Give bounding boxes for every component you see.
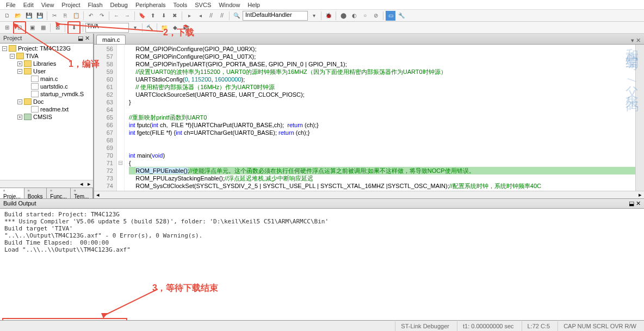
target-select[interactable]: TIVA (85, 23, 129, 33)
menu-view[interactable]: View (38, 2, 58, 8)
build-output-title: Build Output (3, 200, 36, 207)
menu-file[interactable]: File (2, 2, 20, 8)
indent-icon[interactable]: ▸ (184, 11, 194, 21)
cut-icon[interactable]: ✂ (49, 11, 59, 21)
status-caps: CAP NUM SCRL OVR R/W (558, 321, 642, 331)
back-icon[interactable]: ← (112, 11, 121, 21)
batch-build-icon[interactable]: ▦ (38, 23, 48, 33)
tree-file-startup_rvmdk-S[interactable]: startup_rvmdk.S (0, 90, 93, 98)
bookmark-prev-icon[interactable]: ⬆ (148, 11, 158, 21)
menu-project[interactable]: Project (58, 2, 84, 8)
tree-group-libraries[interactable]: +Libraries (0, 60, 93, 67)
breakpoint-icon[interactable]: ⬤ (338, 11, 348, 21)
bookmark-next-icon[interactable]: ⬇ (159, 11, 169, 21)
paste-icon[interactable]: 📋 (71, 11, 81, 21)
redo-icon[interactable]: ↷ (97, 11, 107, 21)
tree-group-cmsis[interactable]: +CMSIS (0, 113, 93, 121)
toolbar-build: ⊞ ⊡ ▣ ▦ ⊠ ⬇ TIVA ▾ 🔨 📁 ◆ 📚 (0, 22, 644, 34)
status-time: t1: 0.00000000 sec (457, 321, 519, 331)
line-gutter: 56575859606162636465666768697071727374 (94, 45, 117, 191)
stop-build-icon[interactable]: ⊠ (53, 23, 63, 33)
tree-group-user[interactable]: −User (0, 67, 93, 75)
save-icon[interactable]: 💾 (24, 11, 34, 21)
options-icon[interactable]: 🔨 (145, 23, 154, 33)
forward-icon[interactable]: → (122, 11, 132, 21)
tree-file-readme-txt[interactable]: readme.txt (0, 105, 93, 113)
uncomment-icon[interactable]: // (217, 11, 227, 21)
bp-enable-icon[interactable]: ◐ (349, 11, 359, 21)
find-combo[interactable]: IntDefaultHandler (243, 11, 308, 21)
editor-area: main.c ▾ ✕ 56575859606162636465666768697… (94, 34, 644, 198)
menu-edit[interactable]: Edit (20, 2, 38, 8)
build-panel-controls[interactable]: ⬓ ✕ (629, 200, 641, 207)
download-icon[interactable]: ⬇ (69, 23, 79, 33)
tab-main-c[interactable]: main.c (96, 35, 126, 44)
menu-peripherals[interactable]: Peripherals (132, 2, 170, 8)
project-tree[interactable]: −Project: TM4C123G−TIVA+Libraries−Userma… (0, 43, 93, 180)
editor-tabs: main.c ▾ ✕ (94, 34, 644, 45)
tree-file-uartstdio-c[interactable]: uartstdio.c (0, 83, 93, 90)
status-bar: ST-Link Debugger t1: 0.00000000 sec L:72… (0, 320, 644, 331)
proj-tab-0[interactable]: ▫ Proje... (0, 188, 24, 198)
menu-help[interactable]: Help (244, 2, 264, 8)
bookmark-icon[interactable]: 🔖 (137, 11, 147, 21)
manage-icon[interactable]: 📁 (159, 23, 169, 33)
bp-disable-icon[interactable]: ○ (360, 11, 370, 21)
project-tabs: ▫ Proje...▫ Books▫ Func...▫ Tem... (0, 188, 93, 198)
menu-window[interactable]: Window (215, 2, 244, 8)
copy-icon[interactable]: ⎘ (60, 11, 70, 21)
project-panel: Project ⬓ ✕ −Project: TM4C123G−TIVA+Libr… (0, 34, 94, 198)
unindent-icon[interactable]: ◂ (195, 11, 205, 21)
open-file-icon[interactable]: 📂 (13, 11, 23, 21)
translate-icon[interactable]: ⊞ (2, 23, 12, 33)
toolbar-main: 🗋 📂 💾 💾 ✂ ⎘ 📋 ↶ ↷ ← → 🔖 ⬆ ⬇ ✖ ▸ ◂ // // … (0, 10, 644, 22)
tree-file-main-c[interactable]: main.c (0, 75, 93, 83)
panel-controls[interactable]: ⬓ ✕ (78, 35, 90, 42)
window-icon[interactable]: ▭ (386, 11, 395, 21)
find-icon[interactable]: 🔍 (232, 11, 242, 21)
bookmark-clear-icon[interactable]: ✖ (170, 11, 179, 21)
undo-icon[interactable]: ↶ (86, 11, 96, 21)
status-cursor: L:72 C:5 (522, 321, 556, 331)
project-title-label: Project (3, 35, 22, 42)
tree-project-root[interactable]: −Project: TM4C123G (0, 45, 93, 52)
new-file-icon[interactable]: 🗋 (2, 11, 12, 21)
comment-icon[interactable]: // (206, 11, 216, 21)
books-icon[interactable]: 📚 (181, 23, 191, 33)
code-editor[interactable]: 56575859606162636465666768697071727374 ⊟… (94, 45, 644, 191)
bp-kill-icon[interactable]: ⊘ (371, 11, 381, 21)
fold-gutter[interactable]: ⊟ (117, 45, 125, 191)
menu-flash[interactable]: Flash (84, 2, 107, 8)
proj-tab-3[interactable]: ▫ Tem... (71, 188, 93, 198)
menu-debug[interactable]: Debug (107, 2, 132, 8)
build-icon[interactable]: ⊡ (15, 23, 24, 33)
find-dropdown-icon[interactable]: ▾ (309, 11, 319, 21)
watermark-text: 和声编写 ×父/朱鸽 (623, 38, 641, 92)
project-panel-title: Project ⬓ ✕ (0, 34, 93, 43)
config-icon[interactable]: 🔧 (397, 11, 406, 21)
status-debugger: ST-Link Debugger (395, 321, 455, 331)
code-text[interactable]: ROM_GPIOPinConfigure(GPIO_PA0_U0RX); ROM… (125, 45, 635, 191)
menu-bar: FileEditViewProjectFlashDebugPeripherals… (0, 0, 644, 10)
save-all-icon[interactable]: 💾 (35, 11, 45, 21)
build-output-text[interactable]: Build started: Project: TM4C123G *** Usi… (0, 209, 644, 325)
proj-tab-2[interactable]: ▫ Func... (47, 188, 71, 198)
debug-icon[interactable]: 🐞 (324, 11, 333, 21)
menu-tools[interactable]: Tools (170, 2, 191, 8)
build-output-panel: Build Output ⬓ ✕ Build started: Project:… (0, 198, 644, 325)
menu-svcs[interactable]: SVCS (191, 2, 215, 8)
rebuild-icon[interactable]: ▣ (27, 23, 37, 33)
manage-rte-icon[interactable]: ◆ (170, 23, 180, 33)
tree-group-doc[interactable]: −Doc (0, 98, 93, 105)
tree-target[interactable]: −TIVA (0, 52, 93, 60)
proj-tab-1[interactable]: ▫ Books (24, 188, 47, 198)
horizontal-scrollbar[interactable]: ◂▸ (94, 191, 644, 198)
target-dropdown-icon[interactable]: ▾ (130, 23, 140, 33)
